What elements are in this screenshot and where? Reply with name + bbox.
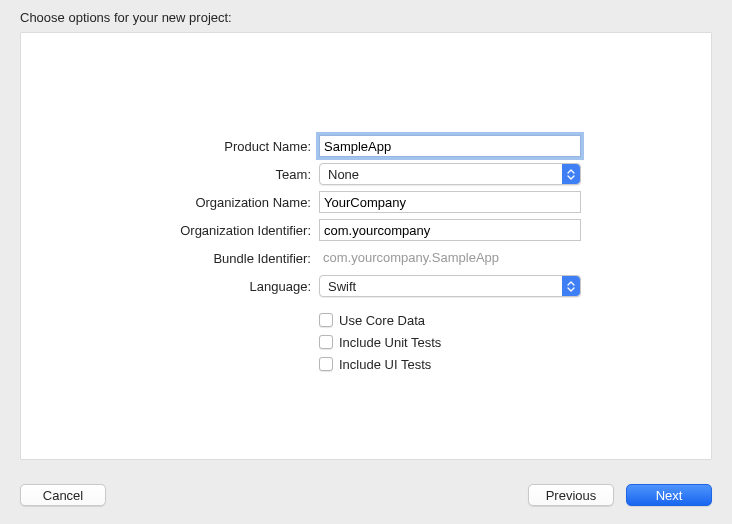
org-id-label: Organization Identifier: xyxy=(21,223,319,238)
next-button[interactable]: Next xyxy=(626,484,712,506)
team-popup[interactable]: None xyxy=(319,163,581,185)
org-id-input[interactable] xyxy=(319,219,581,241)
options-panel: Product Name: Team: None Organization Na… xyxy=(20,32,712,460)
page-title: Choose options for your new project: xyxy=(20,10,232,25)
language-popup-value: Swift xyxy=(328,279,356,294)
use-core-data-checkbox[interactable] xyxy=(319,313,333,327)
options-form: Product Name: Team: None Organization Na… xyxy=(21,133,711,375)
include-ui-tests-checkbox[interactable] xyxy=(319,357,333,371)
language-popup[interactable]: Swift xyxy=(319,275,581,297)
org-name-label: Organization Name: xyxy=(21,195,319,210)
product-name-label: Product Name: xyxy=(21,139,319,154)
cancel-button[interactable]: Cancel xyxy=(20,484,106,506)
use-core-data-label: Use Core Data xyxy=(339,313,425,328)
org-name-input[interactable] xyxy=(319,191,581,213)
product-name-input[interactable] xyxy=(319,135,581,157)
team-label: Team: xyxy=(21,167,319,182)
team-popup-value: None xyxy=(328,167,359,182)
language-label: Language: xyxy=(21,279,319,294)
include-unit-tests-checkbox[interactable] xyxy=(319,335,333,349)
footer-bar: Cancel Previous Next xyxy=(20,482,712,508)
previous-button[interactable]: Previous xyxy=(528,484,614,506)
bundle-id-value: com.yourcompany.SampleApp xyxy=(319,250,499,265)
bundle-id-label: Bundle Identifier: xyxy=(21,251,319,266)
include-ui-tests-label: Include UI Tests xyxy=(339,357,431,372)
updown-arrows-icon xyxy=(562,164,580,184)
updown-arrows-icon xyxy=(562,276,580,296)
include-unit-tests-label: Include Unit Tests xyxy=(339,335,441,350)
